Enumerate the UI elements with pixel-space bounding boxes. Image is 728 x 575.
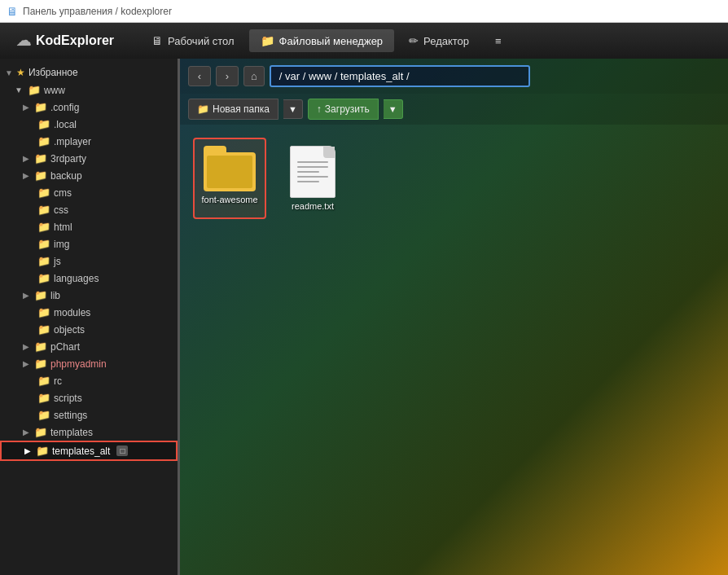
- sidebar-item-phpmyadmin-label: phpmyadmin: [50, 358, 107, 370]
- config-folder-icon: 📁: [34, 101, 47, 113]
- objects-folder-icon: 📁: [37, 323, 50, 336]
- logo-cloud-icon: ☁: [16, 32, 31, 50]
- logo-area: ☁ KodExplorer: [7, 32, 137, 50]
- templates-alt-badge: □: [116, 446, 128, 456]
- sidebar-item-www[interactable]: ▼ 📁 www: [0, 81, 178, 99]
- sidebar-item-mplayer-label: .mplayer: [54, 136, 91, 147]
- sidebar-item-config-label: .config: [50, 102, 79, 113]
- lib-folder-icon: 📁: [34, 289, 47, 301]
- config-arrow-icon: ▶: [23, 103, 29, 112]
- sidebar-item-backup[interactable]: ▶ 📁 backup: [0, 167, 178, 184]
- sidebar-item-local-label: .local: [54, 119, 77, 130]
- sidebar-item-lib[interactable]: ▶ 📁 lib: [0, 287, 178, 304]
- html-folder-icon: 📁: [37, 221, 50, 233]
- sidebar-item-config[interactable]: ▶ 📁 .config: [0, 99, 178, 116]
- sidebar-item-pchart[interactable]: ▶ 📁 pChart: [0, 338, 178, 355]
- backup-folder-icon: 📁: [34, 169, 47, 182]
- sidebar-item-cms-label: cms: [54, 187, 72, 199]
- sidebar-item-html-label: html: [54, 222, 72, 233]
- sidebar-item-3rdparty-label: 3rdparty: [50, 153, 86, 165]
- sidebar-item-js[interactable]: 📁 js: [0, 252, 178, 270]
- sidebar-item-templates-alt[interactable]: ▶ 📁 templates_alt □: [0, 441, 178, 461]
- sidebar-item-phpmyadmin[interactable]: ▶ 📁 phpmyadmin: [0, 355, 178, 372]
- sidebar-item-local[interactable]: 📁 .local: [0, 116, 178, 133]
- tab-menu[interactable]: ≡: [484, 30, 513, 52]
- sidebar-item-cms[interactable]: 📁 cms: [0, 184, 178, 201]
- backup-arrow-icon: ▶: [23, 171, 29, 180]
- sidebar-item-backup-label: backup: [50, 170, 82, 182]
- sidebar-item-languages-label: languages: [54, 273, 99, 284]
- tab-filemanager[interactable]: 📁 Файловый менеджер: [249, 29, 395, 52]
- favorites-label: Избранное: [29, 67, 78, 78]
- sidebar-item-html[interactable]: 📁 html: [0, 218, 178, 235]
- sidebar-item-img[interactable]: 📁 img: [0, 235, 178, 252]
- file-item-readme[interactable]: readme.txt: [276, 138, 349, 219]
- settings-folder-icon: 📁: [37, 409, 50, 421]
- sidebar-item-objects-label: objects: [54, 324, 85, 336]
- templates-alt-arrow-icon: ▶: [24, 446, 31, 455]
- www-arrow-icon: ▼: [15, 86, 23, 94]
- file-item-font-awesome[interactable]: font-awesome: [193, 138, 266, 219]
- sidebar-item-scripts-label: scripts: [54, 393, 82, 404]
- tab-editor-label: Редактор: [423, 35, 469, 47]
- sidebar-item-3rdparty[interactable]: ▶ 📁 3rdparty: [0, 150, 178, 167]
- phpmyadmin-folder-icon: 📁: [34, 358, 47, 370]
- sidebar: ▼ ★ Избранное ▼ 📁 www ▶ 📁 .config 📁 .loc…: [0, 59, 178, 575]
- upload-dropdown-button[interactable]: ▼: [384, 99, 403, 119]
- title-bar-icon: 🖥: [7, 5, 18, 18]
- tab-filemanager-label: Файловый менеджер: [279, 35, 384, 47]
- title-bar: 🖥 Панель управления / kodexplorer: [0, 0, 728, 23]
- file-grid: font-awesome readme.txt: [180, 125, 728, 575]
- upload-label: Загрузить: [325, 103, 370, 115]
- new-folder-button[interactable]: 📁 Новая папка: [188, 99, 278, 120]
- upload-button[interactable]: ↑ Загрузить: [308, 99, 379, 120]
- sidebar-item-rc[interactable]: 📁 rc: [0, 372, 178, 389]
- file-label-font-awesome: font-awesome: [201, 195, 257, 204]
- path-bar[interactable]: / var / www / templates_alt /: [270, 65, 530, 87]
- sidebar-item-www-label: www: [44, 85, 65, 96]
- lib-arrow-icon: ▶: [23, 291, 29, 300]
- home-button[interactable]: ⌂: [243, 66, 265, 86]
- upload-icon: ↑: [317, 103, 322, 115]
- sidebar-item-scripts[interactable]: 📁 scripts: [0, 389, 178, 406]
- sidebar-item-objects[interactable]: 📁 objects: [0, 321, 178, 338]
- sidebar-item-templates-alt-label: templates_alt: [52, 446, 110, 457]
- sidebar-item-settings[interactable]: 📁 settings: [0, 406, 178, 424]
- sidebar-item-lib-label: lib: [50, 290, 60, 301]
- templates-arrow-icon: ▶: [23, 428, 29, 437]
- img-folder-icon: 📁: [37, 238, 50, 250]
- sidebar-item-pchart-label: pChart: [50, 341, 80, 353]
- cms-folder-icon: 📁: [37, 187, 50, 199]
- file-area: ‹ › ⌂ / var / www / templates_alt / 📁 Но…: [180, 59, 728, 575]
- modules-folder-icon: 📁: [37, 306, 50, 318]
- templates-folder-icon: 📁: [34, 426, 47, 438]
- star-icon: ★: [16, 67, 25, 78]
- mplayer-folder-icon: 📁: [37, 135, 50, 147]
- 3rdparty-folder-icon: 📁: [34, 152, 47, 165]
- sidebar-item-templates[interactable]: ▶ 📁 templates: [0, 424, 178, 441]
- title-bar-text: Панель управления / kodexplorer: [23, 6, 172, 17]
- sidebar-item-mplayer[interactable]: 📁 .mplayer: [0, 133, 178, 150]
- favorites-header[interactable]: ▼ ★ Избранное: [0, 64, 178, 81]
- filemanager-icon: 📁: [261, 34, 274, 47]
- tab-desktop[interactable]: 🖥 Рабочий стол: [140, 29, 246, 52]
- nav-bar: ☁ KodExplorer 🖥 Рабочий стол 📁 Файловый …: [0, 23, 728, 59]
- languages-folder-icon: 📁: [37, 272, 50, 284]
- logo-text: KodExplorer: [36, 33, 114, 48]
- sidebar-item-settings-label: settings: [54, 410, 87, 421]
- new-folder-dropdown-button[interactable]: ▼: [283, 99, 303, 119]
- action-toolbar: 📁 Новая папка ▼ ↑ Загрузить ▼: [180, 94, 728, 125]
- www-folder-icon: 📁: [28, 84, 41, 96]
- path-toolbar: ‹ › ⌂ / var / www / templates_alt /: [180, 59, 728, 94]
- tab-editor[interactable]: ✏ Редактор: [397, 29, 480, 52]
- forward-button[interactable]: ›: [216, 66, 239, 86]
- tab-desktop-label: Рабочий стол: [168, 35, 235, 47]
- sidebar-item-modules[interactable]: 📁 modules: [0, 304, 178, 321]
- menu-icon: ≡: [495, 35, 502, 47]
- back-button[interactable]: ‹: [188, 66, 211, 86]
- sidebar-item-css[interactable]: 📁 css: [0, 201, 178, 218]
- sidebar-item-languages[interactable]: 📁 languages: [0, 270, 178, 287]
- file-label-readme: readme.txt: [292, 201, 334, 211]
- editor-icon: ✏: [409, 34, 419, 47]
- new-folder-icon: 📁: [197, 103, 209, 115]
